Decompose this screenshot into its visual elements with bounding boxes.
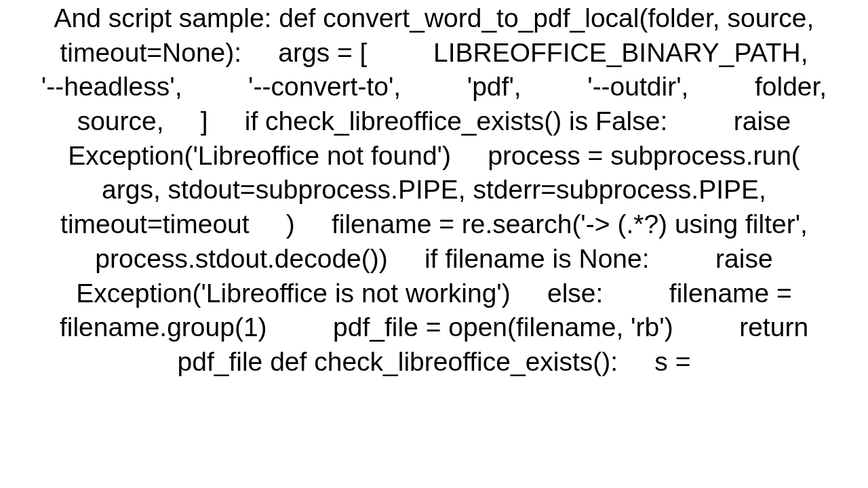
code-sample-text: And script sample: def convert_word_to_p… bbox=[20, 0, 848, 380]
page: And script sample: def convert_word_to_p… bbox=[0, 0, 868, 488]
